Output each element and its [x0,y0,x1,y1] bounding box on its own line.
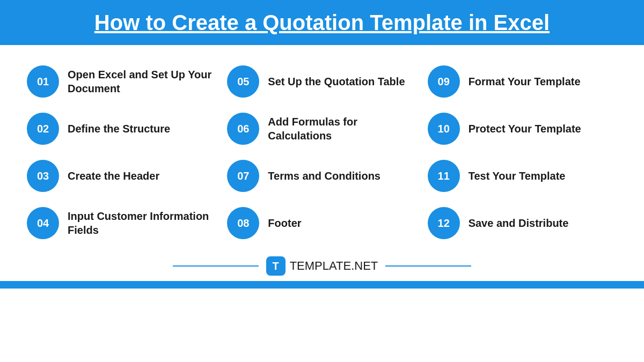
brand-icon: T [266,256,286,276]
steps-grid: 01Open Excel and Set Up Your Document05S… [27,61,617,243]
step-item: 06Add Formulas for Calculations [227,108,416,149]
step-circle: 04 [27,207,59,239]
step-circle: 06 [227,113,259,145]
step-item: 03Create the Header [27,156,216,196]
step-item: 07Terms and Conditions [227,156,416,196]
step-item: 04Input Customer Information Fields [27,203,216,243]
step-item: 05Set Up the Quotation Table [227,61,416,102]
step-circle: 07 [227,160,259,192]
step-label: Define the Structure [68,122,170,136]
step-circle: 03 [27,160,59,192]
step-item: 10Protect Your Template [428,108,617,149]
step-label: Create the Header [68,169,159,183]
step-label: Format Your Template [469,75,581,88]
step-circle: 09 [428,65,460,98]
step-circle: 10 [428,113,460,145]
step-label: Open Excel and Set Up Your Document [68,68,216,95]
step-item: 11Test Your Template [428,156,617,196]
step-circle: 01 [27,65,59,98]
step-label: Terms and Conditions [268,169,380,183]
footer-brand: T TEMPLATE.NET [266,256,378,276]
step-item: 09Format Your Template [428,61,617,102]
content-area: 01Open Excel and Set Up Your Document05S… [0,45,644,249]
brand-text: TEMPLATE.NET [290,259,378,273]
step-item: 08Footer [227,203,416,243]
step-circle: 02 [27,113,59,145]
step-item: 12Save and Distribute [428,203,617,243]
main-title: How to Create a Quotation Template in Ex… [94,10,550,35]
step-label: Protect Your Template [469,122,581,136]
footer-lines-left [173,265,259,267]
bottom-bar [0,281,644,289]
step-label: Add Formulas for Calculations [268,115,416,143]
step-label: Set Up the Quotation Table [268,75,405,88]
step-item: 01Open Excel and Set Up Your Document [27,61,216,102]
step-label: Input Customer Information Fields [68,209,216,237]
step-label: Footer [268,216,301,230]
step-item: 02Define the Structure [27,108,216,149]
step-circle: 05 [227,65,259,98]
step-circle: 08 [227,207,259,239]
header-bar: How to Create a Quotation Template in Ex… [0,0,644,45]
footer-area: T TEMPLATE.NET [0,249,644,281]
footer-lines-right [385,265,471,267]
step-circle: 11 [428,160,460,192]
step-label: Save and Distribute [469,216,569,230]
step-label: Test Your Template [469,169,566,183]
step-circle: 12 [428,207,460,239]
